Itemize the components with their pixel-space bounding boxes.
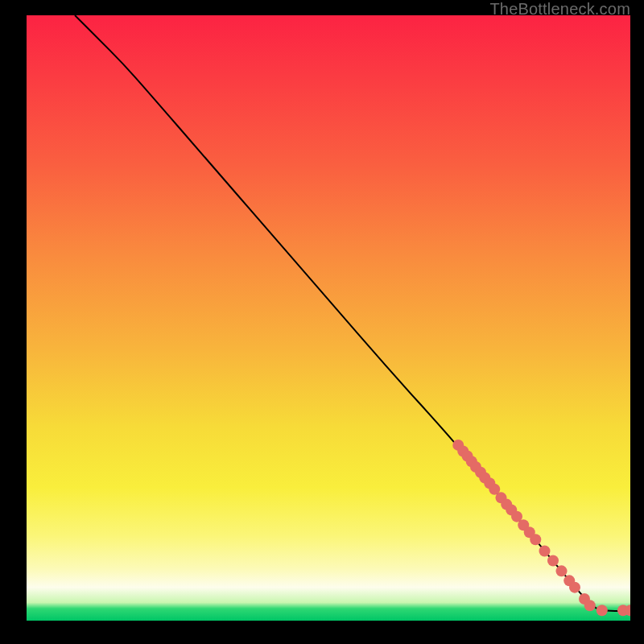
chart-stage: TheBottleneck.com xyxy=(0,0,644,644)
plot-gradient-background xyxy=(27,15,630,621)
